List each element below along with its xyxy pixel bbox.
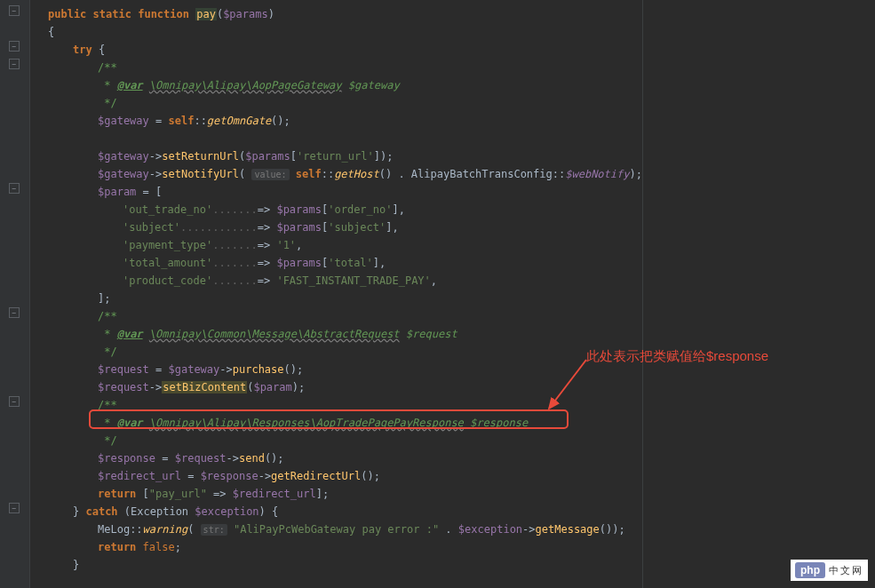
code-line: MeLog::warning( str: "AliPayPcWebGateway…: [36, 520, 875, 538]
code-line: * @var \Omnipay\Alipay\Responses\AopTrad…: [36, 414, 875, 432]
code-line: }: [36, 556, 875, 574]
code-line: ];: [36, 290, 875, 307]
fold-mark[interactable]: −: [9, 41, 20, 52]
fold-mark[interactable]: −: [9, 59, 20, 69]
code-line: 'total_amount'.......=> $params['total']…: [36, 254, 875, 272]
code-line: [36, 130, 875, 147]
code-line: /**: [36, 59, 875, 76]
watermark: php 中文网: [791, 560, 868, 581]
fold-mark[interactable]: −: [9, 396, 20, 407]
code-line: $request->setBizContent($param);: [36, 378, 875, 396]
fold-mark[interactable]: −: [9, 307, 20, 318]
code-line: $param = [: [36, 183, 875, 201]
code-line: $gateway->setReturnUrl($params['return_u…: [36, 147, 875, 165]
code-line: /**: [36, 396, 875, 414]
code-line: try {: [36, 41, 875, 59]
code-line: {: [36, 23, 875, 41]
code-line: */: [36, 432, 875, 449]
fold-mark[interactable]: −: [9, 5, 20, 16]
code-line: public static function pay($params): [36, 5, 875, 23]
annotation-text: 此处表示把类赋值给$response: [586, 348, 768, 365]
code-line: } catch (Exception $exception) {: [36, 503, 875, 520]
code-line: 'subject'............=> $params['subject…: [36, 219, 875, 236]
fold-mark[interactable]: −: [9, 183, 20, 194]
code-line: 'out_trade_no'.......=> $params['order_n…: [36, 201, 875, 219]
code-line: */: [36, 94, 875, 112]
code-line: return ["pay_url" => $redirect_url];: [36, 485, 875, 503]
code-line: /**: [36, 307, 875, 325]
code-line: $gateway = self::getOmnGate();: [36, 112, 875, 130]
watermark-text: 中文网: [829, 564, 863, 577]
gutter: − − − − − − −: [0, 0, 30, 588]
code-line: $response = $request->send();: [36, 449, 875, 467]
code-line: $redirect_url = $response->getRedirectUr…: [36, 467, 875, 485]
fold-mark[interactable]: −: [9, 503, 20, 513]
code-line: 'payment_type'.......=> '1',: [36, 236, 875, 254]
code-line: 'product_code'.......=> 'FAST_INSTANT_TR…: [36, 272, 875, 290]
code-line: return false;: [36, 538, 875, 556]
code-line: * @var \Omnipay\Common\Message\AbstractR…: [36, 325, 875, 343]
code-line: $gateway->setNotifyUrl( value: self::get…: [36, 165, 875, 183]
code-line: * @var \Omnipay\Alipay\AopPageGateway $g…: [36, 76, 875, 94]
code-editor[interactable]: public static function pay($params) { tr…: [36, 0, 875, 588]
php-badge: php: [795, 562, 825, 578]
